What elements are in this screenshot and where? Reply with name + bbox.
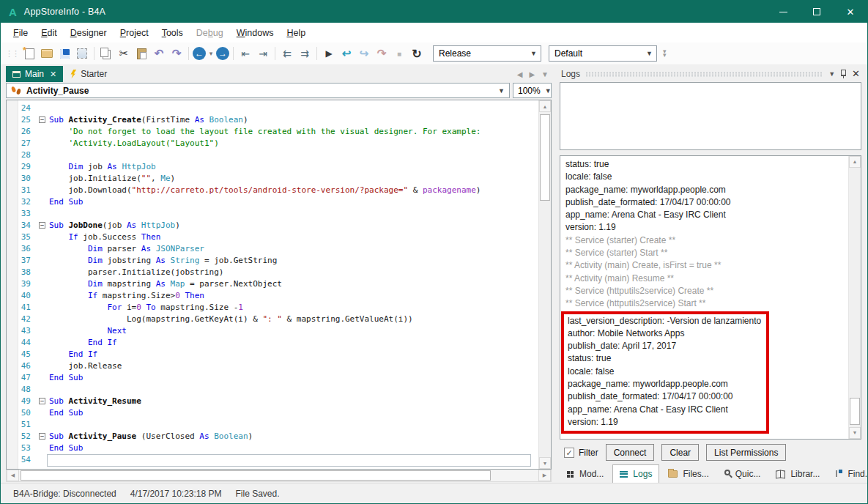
indent-icon[interactable]: ⇥ [255,45,271,62]
button-connect[interactable]: Connect [606,444,655,461]
logs-vertical-scrollbar[interactable]: ▲ ▼ [848,156,861,439]
panel-close-icon[interactable]: ✕ [852,70,860,78]
scroll-down-icon[interactable]: ▼ [849,427,861,439]
tool-tab-mod[interactable]: Mod... [560,464,610,483]
scroll-up-icon[interactable]: ▲ [539,100,551,112]
scroll-up-icon[interactable]: ▲ [849,156,861,168]
minimize-button[interactable] [766,1,800,23]
pin-icon[interactable] [840,69,847,78]
tab-starter[interactable]: Starter [63,66,114,82]
copy-icon[interactable] [98,45,114,62]
code-line[interactable]: 42 Log(mapstring.GetKeyAt(i) & ": " & ma… [18,314,538,325]
logs-scroll-thumb[interactable] [850,398,860,425]
module-member-select[interactable]: Activity_Pause ▼ [6,83,510,98]
tab-list-dropdown-icon[interactable]: ▼ [541,70,549,78]
code-line[interactable]: 46 job.Release [18,360,538,372]
menu-item-tools[interactable]: Tools [155,25,190,41]
redo-icon[interactable]: ↷ [168,45,185,62]
scroll-down-icon[interactable]: ▼ [539,457,551,469]
resume-icon[interactable]: ↩ [338,45,355,62]
code-line[interactable]: 32End Sub [18,196,538,208]
ui-configuration-select[interactable]: Default ▼ [549,45,657,62]
code-line[interactable]: 41 For i=0 To mapstring.Size -1 [18,302,538,314]
menu-item-debug[interactable]: Debug [190,25,230,41]
filter-checkbox[interactable]: ✓ [564,448,574,458]
tool-tab-files[interactable]: Files... [661,464,715,483]
code-line[interactable]: 37 Dim jobstring As String = job.GetStri… [18,255,538,267]
menu-item-windows[interactable]: Windows [230,25,281,41]
step-out-icon[interactable]: ↷ [374,45,390,62]
outdent-icon[interactable]: ⇤ [237,45,253,62]
cut-icon[interactable]: ✂ [116,45,132,62]
log-output[interactable]: status: truelocale: falsepackage_name: m… [560,155,861,440]
menu-item-help[interactable]: Help [280,25,312,41]
fold-marker[interactable]: − [39,116,45,123]
stop-icon[interactable]: ■ [391,45,407,62]
code-line[interactable]: 43 Next [18,325,538,337]
menu-item-designer[interactable]: Designer [64,25,114,41]
code-line[interactable]: 35 If job.Success Then [18,231,538,243]
code-line[interactable]: 44 End If [18,337,538,349]
editor-vertical-scrollbar[interactable]: ▲ ▼ [538,100,551,469]
fold-marker[interactable]: − [39,222,45,229]
code-line[interactable]: 36 Dim parser As JSONParser [18,243,538,255]
code-line[interactable]: 50End Sub [18,407,538,419]
code-line[interactable]: 34−Sub JobDone(job As HttpJob) [18,220,538,231]
code-line[interactable]: 51 [18,419,538,431]
editor-scroll-thumb[interactable] [540,114,550,201]
tool-tab-find[interactable]: Find... [828,464,868,483]
panel-menu-dropdown-icon[interactable]: ▼ [828,70,835,78]
code-line[interactable]: 52−Sub Activity_Pause (UserClosed As Boo… [18,431,538,442]
code-line[interactable]: 38 parser.Initialize(jobstring) [18,267,538,278]
comment-icon[interactable]: ⇉ [297,45,313,62]
scroll-right-icon[interactable]: ▶ [538,470,551,481]
code-line[interactable]: 30 job.Initialize("", Me) [18,173,538,185]
back-history-dropdown-icon[interactable]: ▾ [207,45,215,62]
paste-icon[interactable] [133,45,149,62]
maximize-button[interactable] [800,1,834,23]
code-line[interactable]: 27 'Activity.LoadLayout("Layout1") [18,138,538,149]
code-editor[interactable]: 2425−Sub Activity_Create(FirstTime As Bo… [6,100,552,470]
code-line[interactable]: 54 [18,454,538,466]
toolbar-overflow-icon[interactable]: ▾▾ [663,50,667,57]
code-line[interactable]: 25−Sub Activity_Create(FirstTime As Bool… [18,114,538,126]
editor-horizontal-scrollbar[interactable]: ◀ ▶ [6,470,552,482]
restart-icon[interactable]: ↻ [409,45,425,62]
tool-tab-quic[interactable]: Quic... [718,464,768,483]
new-project-icon[interactable] [21,45,37,62]
code-line[interactable]: 29 Dim job As HttpJob [18,161,538,173]
code-line[interactable]: 53End Sub [18,442,538,454]
uncomment-icon[interactable]: ⇇ [279,45,295,62]
code-line[interactable]: 31 job.Download("http://carreto.pt/tools… [18,185,538,196]
run-icon[interactable]: ▶ [321,45,337,62]
undo-icon[interactable]: ↶ [151,45,167,62]
code-line[interactable]: 40 If mapstring.Size>0 Then [18,290,538,302]
editor-hscroll-thumb[interactable] [21,470,491,481]
save-icon[interactable] [56,45,73,62]
close-button[interactable]: ✕ [834,1,867,23]
code-line[interactable]: 39 Dim mapstring As Map = parser.NextObj… [18,278,538,290]
step-over-icon[interactable]: ↪ [356,45,372,62]
package-icon[interactable] [74,45,90,62]
code-line[interactable]: 49−Sub Activity_Resume [18,396,538,407]
scroll-left-icon[interactable]: ◀ [7,470,19,481]
code-line[interactable]: 33 [18,208,538,220]
menu-item-edit[interactable]: Edit [34,25,64,41]
menu-item-project[interactable]: Project [114,25,155,41]
code-line[interactable]: 28 [18,149,538,161]
code-line[interactable]: 47End Sub [18,372,538,384]
tab-close-icon[interactable]: ✕ [50,70,56,79]
tool-tab-librar[interactable]: Librar... [769,464,826,483]
breakpoint-margin[interactable] [7,100,18,469]
navigate-back-icon[interactable]: ← [193,47,206,60]
fold-marker[interactable]: − [39,398,45,404]
button-list-permissions[interactable]: List Permissions [706,444,786,461]
editor-zoom-select[interactable]: 100% ▼ [513,83,552,98]
tab-scroll-right-icon[interactable]: ▶ [529,70,535,78]
tool-tab-logs[interactable]: Logs [612,464,659,483]
tab-main[interactable]: Main✕ [6,66,63,82]
open-project-icon[interactable] [39,45,55,62]
build-configuration-select[interactable]: Release ▼ [433,45,541,62]
code-line[interactable]: 45 End If [18,349,538,360]
fold-marker[interactable]: − [39,433,45,440]
